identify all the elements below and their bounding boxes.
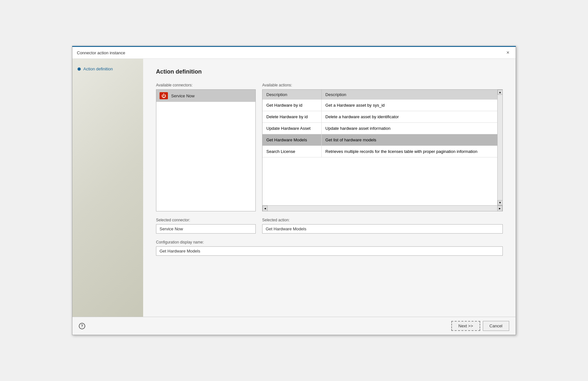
scroll-track — [498, 95, 502, 200]
bottom-fields: Selected connector: Selected action: — [156, 218, 503, 234]
available-actions-label: Available actions: — [262, 83, 503, 87]
config-display-name-input[interactable] — [156, 246, 503, 256]
sidebar-item-action-definition[interactable]: Action definition — [78, 65, 138, 73]
selected-action-input[interactable] — [262, 224, 503, 234]
horiz-scroll-track — [268, 206, 497, 211]
next-button[interactable]: Next >> — [451, 321, 480, 331]
scroll-left-button[interactable]: ◄ — [262, 206, 268, 211]
dialog-footer: ? Next >> Cancel — [72, 317, 516, 335]
action-description: Get list of hardware models — [321, 134, 502, 146]
actions-column: Available actions: Description Descripti… — [262, 83, 503, 211]
connector-item-servicenow[interactable]: ⏻ Service Now — [156, 90, 255, 102]
close-button[interactable]: × — [505, 49, 511, 56]
action-description: Get a Hardware asset by sys_id — [321, 100, 502, 111]
dialog-title: Connector action instance — [77, 50, 125, 55]
action-name: Update Hardware Asset — [262, 123, 321, 134]
table-row[interactable]: Search License Retrieves multiple record… — [262, 146, 502, 157]
footer-left: ? — [79, 323, 85, 329]
table-row[interactable]: Delete Hardware by id Delete a hardware … — [262, 111, 502, 123]
power-icon: ⏻ — [161, 93, 166, 98]
action-name: Get Hardware by id — [262, 100, 321, 111]
scroll-right-button[interactable]: ► — [497, 206, 502, 211]
table-row[interactable]: Get Hardware Models Get list of hardware… — [262, 134, 502, 146]
action-description: Delete a hardware asset by identificator — [321, 111, 502, 123]
selected-connector-input[interactable] — [156, 224, 256, 234]
connector-icon: ⏻ — [160, 92, 168, 99]
actions-table: Description Description Get Hardware by … — [262, 90, 502, 205]
action-description: Retrieves multiple records for the licen… — [321, 146, 502, 157]
sidebar-dot-icon — [78, 67, 81, 71]
scroll-up-button[interactable]: ▲ — [498, 90, 503, 95]
connectors-column: Available connectors: ⏻ Service Now — [156, 83, 256, 211]
table-row[interactable]: Get Hardware by id Get a Hardware asset … — [262, 100, 502, 111]
config-section: Configuration display name: — [156, 240, 503, 256]
table-row[interactable]: Update Hardware Asset Update hardware as… — [262, 123, 502, 134]
dialog-body: Action definition Action definition Avai… — [72, 59, 516, 317]
vertical-scrollbar[interactable]: ▲ ▼ — [497, 90, 502, 205]
scroll-down-button[interactable]: ▼ — [498, 200, 503, 205]
selected-action-label: Selected action: — [262, 218, 503, 222]
action-name: Search License — [262, 146, 321, 157]
available-connectors-label: Available connectors: — [156, 83, 256, 87]
horizontal-scrollbar[interactable]: ◄ ► — [262, 205, 502, 211]
action-name: Get Hardware Models — [262, 134, 321, 146]
actions-data-table: Description Description Get Hardware by … — [262, 90, 502, 157]
col-header-desc: Description — [321, 90, 502, 100]
cancel-button[interactable]: Cancel — [483, 321, 509, 331]
actions-table-wrapper: Description Description Get Hardware by … — [262, 89, 503, 211]
selected-connector-label: Selected connector: — [156, 218, 256, 222]
help-button[interactable]: ? — [79, 323, 85, 329]
main-content: Action definition Available connectors: … — [143, 59, 516, 317]
sidebar-item-label: Action definition — [83, 66, 113, 71]
connector-name: Service Now — [171, 93, 195, 98]
section-title: Action definition — [156, 68, 503, 75]
footer-buttons: Next >> Cancel — [451, 321, 509, 331]
action-name: Delete Hardware by id — [262, 111, 321, 123]
connectors-list: ⏻ Service Now — [156, 89, 256, 211]
connector-action-dialog: Connector action instance × Action defin… — [72, 46, 516, 335]
title-bar: Connector action instance × — [72, 47, 516, 59]
col-header-name: Description — [262, 90, 321, 100]
two-column-layout: Available connectors: ⏻ Service Now Avai… — [156, 83, 503, 211]
selected-connector-group: Selected connector: — [156, 218, 256, 234]
selected-action-group: Selected action: — [262, 218, 503, 234]
config-display-name-label: Configuration display name: — [156, 240, 503, 244]
action-description: Update hardware asset information — [321, 123, 502, 134]
sidebar: Action definition — [72, 59, 143, 317]
